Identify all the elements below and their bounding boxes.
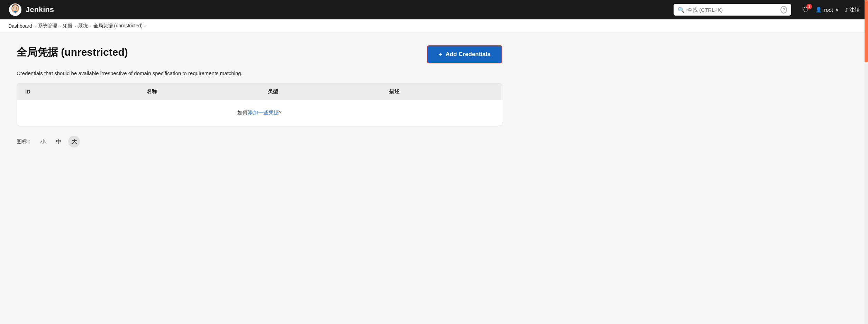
- security-badge-count: 1: [806, 4, 812, 9]
- svg-point-3: [13, 8, 15, 9]
- empty-message-cell: 如何添加一些凭据?: [17, 100, 502, 126]
- col-header-name: 名称: [138, 83, 260, 100]
- icon-size-label: 图标：: [17, 138, 32, 145]
- breadcrumb-sep-5: ›: [145, 24, 146, 29]
- breadcrumb-item-sysadmin[interactable]: 系统管理: [38, 23, 57, 29]
- page-description: Credentials that should be available irr…: [17, 70, 502, 76]
- scrollbar-thumb[interactable]: [865, 0, 868, 62]
- logout-label: 注销: [849, 7, 860, 13]
- breadcrumb-sep-4: ›: [90, 24, 91, 29]
- col-header-desc: 描述: [381, 83, 502, 100]
- page-header-row: 全局凭据 (unrestricted) + Add Credentials: [17, 45, 502, 63]
- jenkins-logo-icon: [8, 3, 22, 17]
- icon-size-large-button[interactable]: 大: [68, 136, 80, 147]
- security-badge[interactable]: 🛡 1: [802, 6, 809, 14]
- logout-button[interactable]: ⤴ 注销: [845, 7, 860, 13]
- table-empty-row: 如何添加一些凭据?: [17, 100, 502, 126]
- breadcrumb-sep-1: ›: [34, 24, 36, 29]
- col-header-id: ID: [17, 83, 138, 100]
- logout-icon: ⤴: [845, 7, 848, 13]
- jenkins-logo[interactable]: Jenkins: [8, 3, 54, 17]
- icon-size-medium-button[interactable]: 中: [53, 137, 65, 146]
- search-bar: 🔍 ?: [674, 4, 791, 16]
- search-icon: 🔍: [678, 7, 685, 13]
- empty-message-prefix: 如何: [237, 109, 248, 115]
- breadcrumb-item-credentials[interactable]: 凭据: [63, 23, 72, 29]
- breadcrumb-item-dashboard[interactable]: Dashboard: [8, 23, 32, 29]
- jenkins-logo-text: Jenkins: [26, 5, 54, 14]
- svg-rect-5: [14, 11, 17, 12]
- breadcrumb: Dashboard › 系统管理 › 凭据 › 系统 › 全局凭据 (unres…: [0, 19, 868, 33]
- scrollbar[interactable]: [865, 0, 868, 324]
- search-help-icon[interactable]: ?: [780, 6, 787, 14]
- credentials-table: ID 名称 类型 描述 如何添加一些凭据?: [17, 83, 502, 126]
- page-title: 全局凭据 (unrestricted): [17, 45, 128, 60]
- breadcrumb-item-global[interactable]: 全局凭据 (unrestricted): [93, 23, 143, 29]
- breadcrumb-sep-2: ›: [59, 24, 61, 29]
- add-credentials-button[interactable]: + Add Credentials: [427, 45, 502, 63]
- add-credentials-link[interactable]: 添加一些凭据: [248, 109, 279, 115]
- user-label: root: [824, 7, 833, 13]
- user-caret-icon: ∨: [835, 7, 839, 13]
- add-credentials-label: Add Credentials: [446, 51, 491, 58]
- svg-point-4: [16, 8, 17, 9]
- main-header: Jenkins 🔍 ? 🛡 1 👤 root ∨ ⤴ 注销: [0, 0, 868, 19]
- user-menu[interactable]: 👤 root ∨: [815, 7, 839, 13]
- plus-icon: +: [439, 51, 442, 58]
- icon-size-selector: 图标： 小 中 大: [17, 136, 502, 147]
- col-header-type: 类型: [259, 83, 381, 100]
- icon-size-small-button[interactable]: 小: [37, 137, 49, 146]
- breadcrumb-sep-3: ›: [74, 24, 76, 29]
- search-input[interactable]: [687, 7, 778, 13]
- empty-message-suffix: ?: [279, 109, 282, 115]
- table-header-row: ID 名称 类型 描述: [17, 83, 502, 100]
- breadcrumb-item-system[interactable]: 系统: [78, 23, 88, 29]
- main-content: 全局凭据 (unrestricted) + Add Credentials Cr…: [0, 33, 519, 160]
- user-icon: 👤: [815, 7, 822, 13]
- header-actions: 🛡 1 👤 root ∨ ⤴ 注销: [802, 6, 860, 14]
- credentials-table-wrapper: ID 名称 类型 描述 如何添加一些凭据?: [17, 83, 502, 126]
